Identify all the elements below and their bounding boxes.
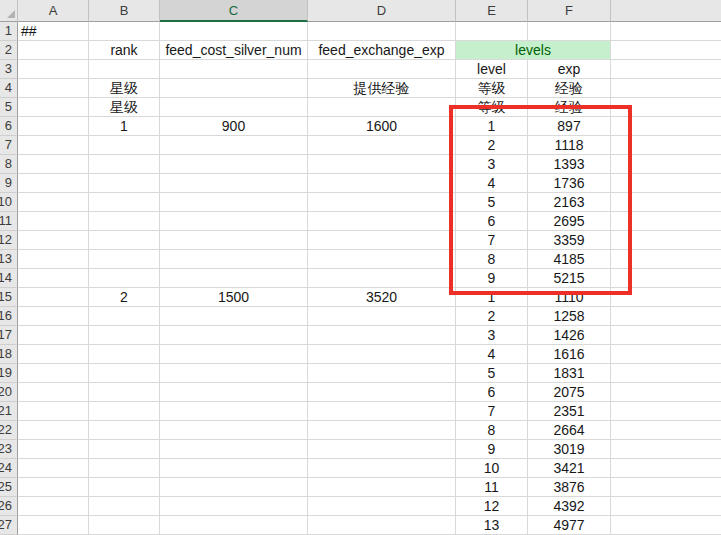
cell-a8[interactable] [18,155,89,174]
cell-d4[interactable]: 提供经验 [308,79,456,98]
cell-b5[interactable]: 星级 [89,98,160,117]
row-header-3[interactable]: 3 [0,60,18,79]
cell-b15[interactable]: 2 [89,288,160,307]
cell-e25[interactable]: 11 [456,478,528,497]
cell-e10[interactable]: 5 [456,193,528,212]
cell-c6[interactable]: 900 [160,117,308,136]
column-header-d[interactable]: D [308,0,456,22]
cell-d9[interactable] [308,174,456,193]
cell-f13[interactable]: 4185 [528,250,611,269]
cell-e16[interactable]: 2 [456,307,528,326]
cell-b18[interactable] [89,345,160,364]
cell-a9[interactable] [18,174,89,193]
cell-b20[interactable] [89,383,160,402]
cell-e7[interactable]: 2 [456,136,528,155]
cell-c17[interactable] [160,326,308,345]
cell-d12[interactable] [308,231,456,250]
cell-a2[interactable] [18,41,89,60]
cell-a14[interactable] [18,269,89,288]
cell-e1[interactable] [456,22,528,41]
cell-d5[interactable] [308,98,456,117]
cell-b4[interactable]: 星级 [89,79,160,98]
cell-d21[interactable] [308,402,456,421]
cell-e11[interactable]: 6 [456,212,528,231]
cell-a26[interactable] [18,497,89,516]
cell-f12[interactable]: 3359 [528,231,611,250]
column-header-a[interactable]: A [18,0,89,22]
cell-a5[interactable] [18,98,89,117]
row-header-11[interactable]: 11 [0,212,18,231]
column-header-b[interactable]: B [89,0,160,22]
cell-e23[interactable]: 9 [456,440,528,459]
cell-e19[interactable]: 5 [456,364,528,383]
cell-f1[interactable] [528,22,611,41]
cell-a27[interactable] [18,516,89,535]
cell-d1[interactable] [308,22,456,41]
cell-d24[interactable] [308,459,456,478]
cell-b19[interactable] [89,364,160,383]
row-header-1[interactable]: 1 [0,22,18,41]
cell-d11[interactable] [308,212,456,231]
cell-a19[interactable] [18,364,89,383]
select-all-corner[interactable] [0,0,18,22]
cell-e24[interactable]: 10 [456,459,528,478]
row-header-17[interactable]: 17 [0,326,18,345]
cell-d7[interactable] [308,136,456,155]
cell-c2[interactable]: feed_cost_silver_num [160,41,308,60]
cell-e14[interactable]: 9 [456,269,528,288]
cell-e3[interactable]: level [456,60,528,79]
cell-b8[interactable] [89,155,160,174]
column-header-e[interactable]: E [456,0,528,22]
cell-c25[interactable] [160,478,308,497]
cell-d15[interactable]: 3520 [308,288,456,307]
cell-e17[interactable]: 3 [456,326,528,345]
cell-e18[interactable]: 4 [456,345,528,364]
cell-d6[interactable]: 1600 [308,117,456,136]
cell-b12[interactable] [89,231,160,250]
cell-d2[interactable]: feed_exchange_exp [308,41,456,60]
row-header-13[interactable]: 13 [0,250,18,269]
row-header-16[interactable]: 16 [0,307,18,326]
cell-f21[interactable]: 2351 [528,402,611,421]
cell-e8[interactable]: 3 [456,155,528,174]
cell-c21[interactable] [160,402,308,421]
row-header-6[interactable]: 6 [0,117,18,136]
row-header-18[interactable]: 18 [0,345,18,364]
cell-e2-f2-merged-levels[interactable]: levels [456,41,611,60]
cell-b22[interactable] [89,421,160,440]
cell-a18[interactable] [18,345,89,364]
cell-f14[interactable]: 5215 [528,269,611,288]
cell-f24[interactable]: 3421 [528,459,611,478]
cell-a3[interactable] [18,60,89,79]
cell-d3[interactable] [308,60,456,79]
cell-e5[interactable]: 等级 [456,98,528,117]
cell-a15[interactable] [18,288,89,307]
cell-a24[interactable] [18,459,89,478]
cell-f20[interactable]: 2075 [528,383,611,402]
cell-a12[interactable] [18,231,89,250]
cell-a10[interactable] [18,193,89,212]
cell-c12[interactable] [160,231,308,250]
cell-e6[interactable]: 1 [456,117,528,136]
row-header-10[interactable]: 10 [0,193,18,212]
cell-b24[interactable] [89,459,160,478]
row-header-7[interactable]: 7 [0,136,18,155]
cell-f17[interactable]: 1426 [528,326,611,345]
cell-a7[interactable] [18,136,89,155]
cell-e20[interactable]: 6 [456,383,528,402]
row-header-4[interactable]: 4 [0,79,18,98]
cell-a4[interactable] [18,79,89,98]
cell-b6[interactable]: 1 [89,117,160,136]
cell-b11[interactable] [89,212,160,231]
cell-c9[interactable] [160,174,308,193]
cell-e22[interactable]: 8 [456,421,528,440]
row-header-21[interactable]: 21 [0,402,18,421]
cell-c11[interactable] [160,212,308,231]
column-header-c[interactable]: C [160,0,308,22]
cell-c18[interactable] [160,345,308,364]
row-header-5[interactable]: 5 [0,98,18,117]
row-header-15[interactable]: 15 [0,288,18,307]
cell-b25[interactable] [89,478,160,497]
cell-f16[interactable]: 1258 [528,307,611,326]
row-header-23[interactable]: 23 [0,440,18,459]
